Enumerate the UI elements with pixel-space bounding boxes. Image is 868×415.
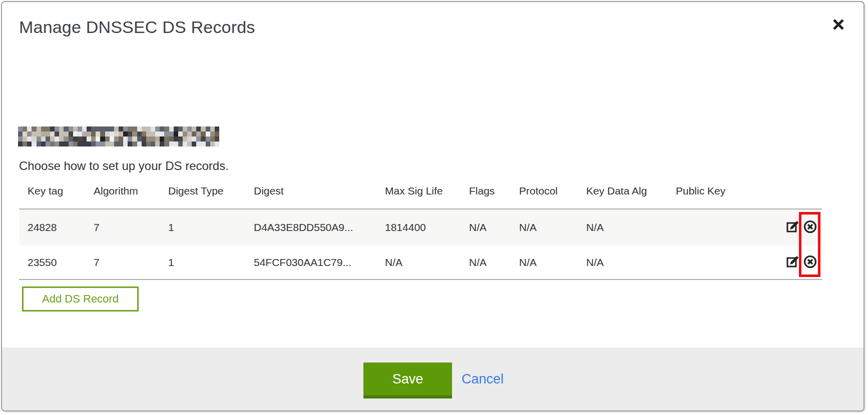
cell-protocol: N/A [519,246,586,280]
cell-digest-type: 1 [168,246,254,280]
column-header-flags: Flags [469,182,519,209]
cell-public-key [676,209,756,246]
edit-record-button[interactable] [786,256,799,270]
save-button[interactable]: Save [363,362,452,398]
cell-public-key [676,246,756,280]
column-header-protocol: Protocol [519,182,586,209]
edit-icon [786,256,799,270]
column-header-max-sig-life: Max Sig Life [385,182,469,209]
column-header-public-key: Public Key [676,182,756,209]
page-title: Manage DNSSEC DS Records [19,18,255,37]
column-header-algorithm: Algorithm [94,182,168,209]
dialog-footer: Save Cancel [2,348,863,410]
table-row: 23550 7 1 54FCF030AA1C79... N/A N/A N/A … [19,246,822,280]
delete-record-button[interactable] [803,220,817,235]
cell-digest-type: 1 [168,209,254,246]
cancel-link[interactable]: Cancel [462,372,504,387]
cell-protocol: N/A [519,209,586,246]
edit-record-button[interactable] [786,220,799,234]
column-header-key-data-alg: Key Data Alg [586,182,676,209]
column-header-key-tag: Key tag [19,182,94,209]
delete-circle-icon [803,255,817,270]
delete-circle-icon [803,220,817,235]
intro-text: Choose how to set up your DS records. [19,159,229,174]
row-actions [756,220,822,235]
row-actions [756,255,822,270]
cell-digest: D4A33E8DD550A9... [254,209,385,246]
table-row: 24828 7 1 D4A33E8DD550A9... 1814400 N/A … [19,209,822,246]
column-header-digest: Digest [254,182,385,209]
cell-key-tag: 24828 [19,209,94,246]
column-header-digest-type: Digest Type [168,182,254,209]
redacted-domain [18,126,219,146]
close-button[interactable] [828,14,849,35]
cell-digest: 54FCF030AA1C79... [254,246,385,280]
delete-record-button[interactable] [803,255,817,270]
add-ds-record-button[interactable]: Add DS Record [22,286,139,312]
ds-records-table: Key tag Algorithm Digest Type Digest Max… [19,182,822,280]
close-icon [830,27,847,34]
edit-icon [786,220,799,234]
cell-key-data-alg: N/A [586,246,676,280]
cell-algorithm: 7 [94,209,168,246]
cell-key-data-alg: N/A [586,209,676,246]
cell-key-tag: 23550 [19,246,94,280]
cell-flags: N/A [469,246,519,280]
dialog: Manage DNSSEC DS Records Choose how to s… [1,1,864,412]
cell-algorithm: 7 [94,246,168,280]
cell-max-sig-life: 1814400 [385,209,469,246]
cell-flags: N/A [469,209,519,246]
table-header-row: Key tag Algorithm Digest Type Digest Max… [19,182,822,209]
column-header-actions [756,182,822,209]
cell-max-sig-life: N/A [385,246,469,280]
